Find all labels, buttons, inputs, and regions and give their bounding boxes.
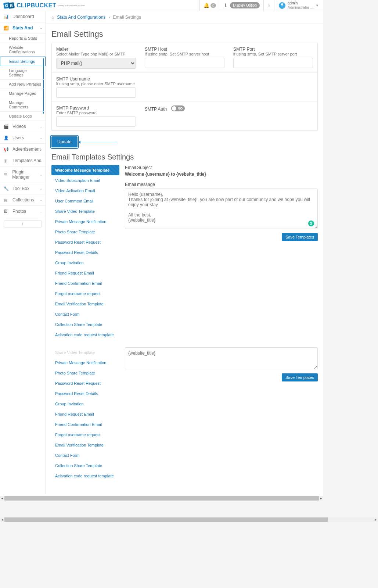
nav-advertisement[interactable]: 📢Advertisement⌄ xyxy=(0,144,46,155)
template-item[interactable]: Contact Form xyxy=(51,309,119,319)
template-item[interactable]: Friend Request Email xyxy=(51,409,119,419)
sub-website-config[interactable]: Website Configurations xyxy=(0,43,46,57)
template-item[interactable]: Private Message Notification xyxy=(51,358,119,368)
sidebar: 📊 Dashboard 📶 Stats And ⌄ Reports & Stat… xyxy=(0,11,46,494)
nav-stats[interactable]: 📶 Stats And ⌄ xyxy=(0,22,46,34)
smtp-user-input[interactable] xyxy=(56,87,136,98)
template-item[interactable]: Password Reset Request xyxy=(51,237,119,247)
template-item[interactable]: Friend Confirmation Email xyxy=(51,419,119,430)
update-button[interactable]: Update xyxy=(51,136,78,147)
avatar-icon xyxy=(279,2,285,9)
nav-label: Stats And xyxy=(12,25,33,31)
template-item[interactable]: Welcome Message Template xyxy=(51,165,119,175)
nav-dashboard[interactable]: 📊 Dashboard xyxy=(0,11,46,22)
template-item[interactable]: Group Invitation xyxy=(51,258,119,268)
template-list: Welcome Message TemplateVideo Subscripti… xyxy=(51,165,119,340)
chevron-down-icon: ⌄ xyxy=(40,26,43,30)
template-item[interactable]: Share Video Template xyxy=(51,206,119,216)
nav-toolbox[interactable]: 🔧Tool Box⌄ xyxy=(0,183,46,194)
template-item[interactable]: Password Reset Request xyxy=(51,378,119,388)
smtp-pass-label: SMTP Password xyxy=(56,105,136,111)
template-item[interactable]: Private Message Notification xyxy=(51,216,119,227)
save-templates-button[interactable]: Save Templates xyxy=(282,233,318,241)
template-item[interactable]: Video Acitvation Email xyxy=(51,186,119,196)
template-item[interactable]: Contact Form xyxy=(51,450,119,460)
template-item[interactable]: Acitvation code request template xyxy=(51,330,119,340)
email-settings-panel: Mailer Select Mailer Type php Mail() or … xyxy=(51,43,318,131)
video-icon: 🎬 xyxy=(4,124,10,129)
smtp-host-input[interactable] xyxy=(145,58,224,68)
smtp-user-hint: if using smtp, please enter SMTP usernam… xyxy=(56,82,136,86)
sub-reports-stats[interactable]: Reports & Stats xyxy=(0,34,46,43)
template-item[interactable]: Password Reset Details xyxy=(51,247,119,258)
smtp-host-label: SMTP Host xyxy=(145,47,224,52)
chevron-down-icon: ⌄ xyxy=(40,125,43,128)
template-item[interactable]: Forgot username request xyxy=(51,430,119,440)
user-role: Administrator ... xyxy=(288,6,313,10)
sub-add-phrases[interactable]: Add New Phrases xyxy=(0,80,46,89)
scroll-right-icon[interactable]: ► xyxy=(374,517,378,522)
home-icon[interactable]: ⌂ xyxy=(51,15,54,20)
template-item[interactable]: User Comment Email xyxy=(51,196,119,206)
template-item[interactable]: Friend Request Email xyxy=(51,268,119,278)
template-item[interactable]: Forgot username request xyxy=(51,288,119,299)
smtp-port-input[interactable] xyxy=(233,58,313,68)
template-item[interactable]: Video Subscription Email xyxy=(51,175,119,186)
outer-scrollbar[interactable]: ◄ ► xyxy=(0,517,378,522)
sidebar-collapse-button[interactable]: ⟨ xyxy=(4,220,42,227)
download-button[interactable]: ⬇ Display Option xyxy=(220,0,263,11)
scroll-left-icon[interactable]: ◄ xyxy=(0,517,4,522)
template-item[interactable]: Share Video Template xyxy=(51,347,119,358)
breadcrumb: ⌂ Stats And Configurations › Email Setti… xyxy=(46,11,323,24)
template-item[interactable]: Collection Share Template xyxy=(51,319,119,330)
chevron-down-icon: ⌄ xyxy=(40,136,43,140)
sub-manage-pages[interactable]: Manage Pages xyxy=(0,89,46,98)
smtp-user-label: SMTP Username xyxy=(56,76,136,82)
smtp-pass-input[interactable] xyxy=(56,116,136,127)
dashboard-icon: 📊 xyxy=(4,14,10,19)
breadcrumb-root[interactable]: Stats And Configurations xyxy=(57,15,105,20)
email-subject-value: Welcome {username} to {website_title} xyxy=(125,172,318,177)
logo-tagline: a way to broadcast yourself xyxy=(58,4,85,7)
nav-plugin-manager[interactable]: ☰Plugin Manager⌄ xyxy=(0,166,46,183)
save-templates-button-2[interactable]: Save Templates xyxy=(282,373,318,381)
template-item[interactable]: Friend Confirmation Email xyxy=(51,278,119,288)
home-button[interactable]: ⌂ xyxy=(263,0,274,11)
nav-users[interactable]: 👤Users⌄ xyxy=(0,132,46,144)
template-item[interactable]: Acitvation code request template xyxy=(51,471,119,481)
smtp-port-hint: if using smtp, Set SMTP server port xyxy=(233,52,313,56)
chevron-down-icon: ⌄ xyxy=(40,198,43,202)
nav-templates[interactable]: ◎Templates And⌄ xyxy=(0,155,46,166)
sub-manage-comments[interactable]: Manage Comments xyxy=(0,98,46,112)
nav-collections[interactable]: ▤Collections⌄ xyxy=(0,194,46,206)
inner-scrollbar[interactable]: ◄ ► xyxy=(0,496,323,501)
scroll-right-icon[interactable]: ► xyxy=(319,496,323,501)
scroll-left-icon[interactable]: ◄ xyxy=(0,496,4,501)
sub-update-logo[interactable]: Update Logo xyxy=(0,112,46,121)
logo-text: CLIPBUCKET xyxy=(17,2,56,9)
template-item[interactable]: Group Invitation xyxy=(51,399,119,409)
smtp-auth-toggle[interactable]: NO xyxy=(171,105,185,111)
email-message-textarea[interactable] xyxy=(125,189,318,229)
notification-count: 0 xyxy=(210,3,216,8)
notifications-button[interactable]: 🔔 0 xyxy=(199,0,220,11)
template-item[interactable]: Email Verification Template xyxy=(51,440,119,450)
sub-email-settings[interactable]: ◇ Email Settings xyxy=(0,57,46,66)
nav-label: Dashboard xyxy=(12,14,34,19)
nav-videos[interactable]: 🎬Videos⌄ xyxy=(0,121,46,132)
template-item[interactable]: Email Verification Template xyxy=(51,299,119,309)
grammarly-icon[interactable]: G xyxy=(308,220,314,226)
nav-photos[interactable]: 🖼Photos⌄ xyxy=(0,206,46,217)
template-item[interactable]: Password Reset Details xyxy=(51,388,119,399)
template-item[interactable]: Photo Share Template xyxy=(51,368,119,378)
template-item[interactable]: Collection Share Template xyxy=(51,460,119,471)
chevron-right-icon: › xyxy=(108,15,110,20)
sub-language-settings[interactable]: Language Settings xyxy=(0,66,46,80)
logo[interactable]: GB CLIPBUCKET a way to broadcast yoursel… xyxy=(4,2,85,9)
bell-icon: 🔔 xyxy=(204,3,209,8)
template-item[interactable]: Photo Share Template xyxy=(51,227,119,237)
user-menu[interactable]: admin Administrator ... ▼ xyxy=(274,0,323,11)
mailer-select[interactable]: PHP mail() xyxy=(56,58,136,69)
mailer-label: Mailer xyxy=(56,47,136,52)
email-message-textarea-2[interactable] xyxy=(125,347,318,369)
